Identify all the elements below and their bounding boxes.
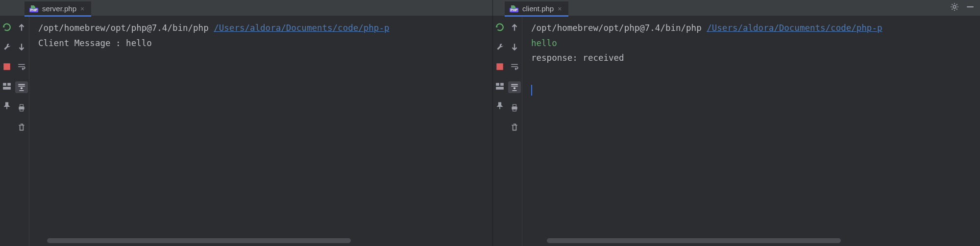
tab-server-php[interactable]: PHP server.php × — [24, 1, 91, 16]
toolbar-secondary — [14, 16, 29, 246]
svg-text:PHP: PHP — [30, 8, 38, 12]
svg-text:PHP: PHP — [511, 8, 518, 12]
horizontal-scrollbar[interactable] — [47, 238, 351, 243]
stop-icon[interactable] — [495, 62, 505, 72]
toolbar-primary — [0, 16, 14, 246]
output-line: Client Message : hello — [38, 36, 484, 51]
empty-line — [531, 66, 971, 81]
tab-bar: PHP client.php × — [493, 0, 980, 16]
cursor-line — [531, 81, 971, 96]
arrow-up-icon[interactable] — [510, 23, 519, 32]
svg-rect-2 — [3, 63, 10, 70]
svg-rect-14 — [496, 83, 499, 86]
console-output[interactable]: /opt/homebrew/opt/php@7.4/bin/php /Users… — [29, 16, 492, 246]
print-icon[interactable] — [510, 103, 519, 113]
softwrap-icon[interactable] — [510, 62, 519, 72]
text-cursor — [531, 85, 532, 96]
php-file-icon: PHP — [29, 5, 38, 12]
svg-rect-16 — [496, 87, 504, 90]
tab-bar: PHP server.php × — [0, 0, 492, 16]
softwrap-icon[interactable] — [17, 62, 26, 72]
tab-client-php[interactable]: PHP client.php × — [505, 1, 568, 16]
svg-point-11 — [953, 5, 956, 8]
svg-rect-7 — [20, 104, 23, 107]
toolbar-secondary — [507, 16, 522, 246]
layout-icon[interactable] — [2, 81, 12, 91]
tab-label: client.php — [522, 4, 554, 13]
arrow-down-icon[interactable] — [510, 42, 519, 52]
php-file-icon: PHP — [510, 5, 518, 12]
svg-rect-3 — [3, 83, 6, 86]
svg-rect-15 — [500, 83, 504, 86]
command-line: /opt/homebrew/opt/php@7.4/bin/php /Users… — [38, 21, 484, 36]
gear-icon[interactable] — [950, 2, 959, 12]
toolbar-primary — [493, 16, 507, 246]
output-line: response: received — [531, 50, 971, 66]
svg-rect-4 — [7, 83, 11, 86]
run-pane-server: PHP server.php × — [0, 0, 492, 246]
layout-icon[interactable] — [495, 81, 505, 91]
tool-window-actions — [950, 2, 975, 12]
rerun-icon[interactable] — [495, 23, 505, 32]
svg-rect-18 — [513, 104, 516, 107]
horizontal-scrollbar[interactable] — [547, 238, 841, 243]
wrench-icon[interactable] — [2, 42, 12, 52]
php-binary-path: /opt/homebrew/opt/php@7.4/bin/php — [38, 23, 214, 33]
wrench-icon[interactable] — [495, 42, 505, 52]
tab-label: server.php — [42, 4, 76, 13]
svg-rect-13 — [496, 63, 503, 70]
console-output[interactable]: /opt/homebrew/opt/php@7.4/bin/php /Users… — [522, 16, 980, 246]
trash-icon[interactable] — [510, 123, 519, 132]
rerun-icon[interactable] — [2, 23, 12, 32]
script-path-link[interactable]: /Users/aldora/Documents/code/php-p — [707, 23, 882, 33]
svg-rect-12 — [967, 6, 974, 7]
input-line: hello — [531, 36, 971, 51]
close-icon[interactable]: × — [80, 5, 84, 13]
trash-icon[interactable] — [17, 123, 26, 132]
minimize-icon[interactable] — [965, 2, 975, 12]
script-path-link[interactable]: /Users/aldora/Documents/code/php-p — [214, 23, 389, 33]
pane-body: /opt/homebrew/opt/php@7.4/bin/php /Users… — [0, 16, 492, 246]
arrow-down-icon[interactable] — [17, 42, 26, 52]
print-icon[interactable] — [17, 103, 26, 113]
svg-rect-5 — [3, 87, 11, 90]
command-line: /opt/homebrew/opt/php@7.4/bin/php /Users… — [531, 21, 971, 36]
run-pane-client: PHP client.php × — [492, 0, 980, 246]
stop-icon[interactable] — [2, 62, 12, 72]
close-icon[interactable]: × — [558, 5, 562, 13]
scroll-end-icon[interactable] — [15, 81, 28, 93]
php-binary-path: /opt/homebrew/opt/php@7.4/bin/php — [531, 23, 707, 33]
pin-icon[interactable] — [495, 101, 505, 111]
scroll-end-icon[interactable] — [508, 81, 521, 93]
arrow-up-icon[interactable] — [17, 23, 26, 32]
pin-icon[interactable] — [2, 101, 12, 111]
pane-body: /opt/homebrew/opt/php@7.4/bin/php /Users… — [493, 16, 980, 246]
